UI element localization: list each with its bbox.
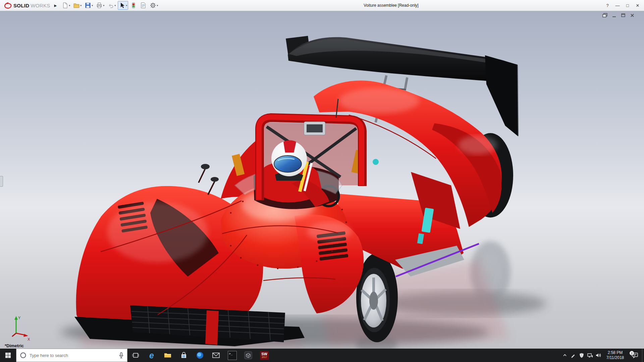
store-button[interactable]	[176, 349, 192, 362]
solidworks-logo: SOLIDWORKS	[0, 2, 52, 9]
graphics-area: Y X *Dimetric	[0, 11, 644, 349]
windows-start-icon	[5, 352, 11, 359]
logo-text-bold: SOLID	[13, 3, 29, 8]
close-icon	[630, 13, 635, 18]
save-button[interactable]: ▾	[84, 1, 94, 10]
edge-button[interactable]: e	[144, 349, 160, 362]
titlebar: SOLIDWORKS ▶ ▾ ▾ ▾ ▾ ▾	[0, 0, 644, 11]
ds-logo-icon	[4, 2, 12, 9]
options-gear-icon	[150, 2, 156, 9]
close-button[interactable]: ✕	[633, 1, 643, 10]
network-icon	[587, 353, 593, 358]
action-center-button[interactable]: 2	[628, 349, 642, 362]
print-button[interactable]: ▾	[95, 1, 105, 10]
file-explorer-icon	[164, 352, 172, 359]
notification-badge: 2	[630, 351, 634, 355]
doc-minimize-button[interactable]	[611, 13, 617, 18]
3d-viewport[interactable]	[0, 11, 644, 349]
pen-tray-button[interactable]	[569, 349, 577, 362]
clock-time: 2:58 PM	[603, 350, 627, 355]
restore-icon	[621, 13, 626, 18]
new-document-button[interactable]: ▾	[61, 1, 71, 10]
solidworks-window: SOLIDWORKS ▶ ▾ ▾ ▾ ▾ ▾	[0, 0, 644, 362]
cortana-icon	[20, 352, 26, 359]
chevron-up-icon	[562, 353, 567, 358]
chevron-down-icon: ▾	[157, 4, 158, 7]
app-icon	[244, 351, 253, 360]
chevron-down-icon: ▾	[103, 4, 104, 7]
clock-date: 7/11/2018	[603, 355, 627, 360]
logo-text-light: WORKS	[31, 3, 50, 8]
task-view-icon	[132, 352, 139, 359]
app-button[interactable]	[240, 349, 256, 362]
chevron-down-icon: ▾	[69, 4, 70, 7]
chevron-down-icon: ▾	[92, 4, 93, 7]
undo-icon	[107, 2, 114, 9]
mail-button[interactable]	[208, 349, 224, 362]
volume-tray-button[interactable]	[594, 349, 602, 362]
minimize-icon	[612, 13, 616, 18]
doc-new-window-button[interactable]	[602, 13, 608, 18]
save-icon	[85, 2, 91, 9]
edge-icon: e	[149, 351, 154, 360]
browser-icon	[196, 351, 204, 359]
chevron-down-icon: ▾	[80, 4, 82, 7]
feature-panel-handle[interactable]	[0, 176, 3, 187]
windows-taskbar: e >_ SW 2017	[0, 349, 644, 362]
maximize-button[interactable]: □	[623, 1, 633, 10]
taskbar-search[interactable]	[16, 349, 127, 362]
speaker-icon	[595, 353, 601, 358]
open-icon	[73, 2, 80, 9]
task-view-button[interactable]	[127, 349, 144, 362]
help-button[interactable]: ?	[602, 1, 612, 10]
taskbar-clock[interactable]: 2:58 PM 7/11/2018	[602, 350, 628, 360]
command-prompt-button[interactable]: >_	[224, 349, 240, 362]
new-document-icon	[62, 2, 68, 9]
file-properties-icon	[140, 2, 147, 9]
undo-button[interactable]: ▾	[106, 1, 117, 10]
security-tray-button[interactable]	[577, 349, 586, 362]
wing-endplate	[485, 55, 518, 136]
print-icon	[96, 2, 103, 9]
system-tray: 2:58 PM 7/11/2018 2	[560, 349, 644, 362]
mail-icon	[212, 352, 220, 358]
select-button[interactable]: ▾	[118, 1, 128, 10]
solidworks-taskbar-button[interactable]: SW 2017	[256, 349, 272, 362]
microphone-icon[interactable]	[118, 352, 124, 359]
solidworks-2017-icon: SW 2017	[260, 351, 269, 360]
pen-icon	[571, 353, 576, 358]
network-tray-button[interactable]	[586, 349, 594, 362]
chevron-down-icon: ▾	[126, 4, 127, 7]
window-controls: ? — □ ✕	[602, 0, 643, 11]
doc-restore-button[interactable]	[620, 13, 626, 18]
file-explorer-button[interactable]	[160, 349, 176, 362]
search-input[interactable]	[26, 353, 118, 358]
z-axis-arrow	[12, 333, 16, 337]
view-orientation-label: *Dimetric	[5, 343, 24, 348]
start-button[interactable]	[0, 349, 16, 362]
y-axis-label: Y	[18, 316, 21, 320]
open-button[interactable]: ▾	[72, 1, 83, 10]
x-axis-arrow	[23, 334, 28, 337]
command-prompt-icon: >_	[228, 351, 237, 360]
store-icon	[180, 352, 187, 359]
document-window-controls	[602, 13, 635, 18]
options-button[interactable]: ▾	[149, 1, 159, 10]
select-arrow-icon	[119, 2, 125, 9]
rebuild-button[interactable]	[129, 1, 138, 10]
document-title: Voiture assemblee [Read-only]	[364, 3, 418, 8]
shield-icon	[579, 353, 584, 358]
toolbar-flyout-icon[interactable]: ▶	[52, 4, 61, 7]
x-axis-label: X	[28, 337, 30, 341]
rebuild-icon	[130, 2, 137, 9]
file-properties-button[interactable]	[139, 1, 148, 10]
chevron-down-icon: ▾	[114, 4, 116, 7]
tray-expand-button[interactable]	[560, 349, 569, 362]
doc-close-button[interactable]	[629, 13, 635, 18]
standard-toolbar: ▾ ▾ ▾ ▾ ▾ ▾	[61, 1, 159, 10]
browser-button[interactable]	[192, 349, 208, 362]
show-desktop-button[interactable]	[642, 349, 644, 362]
y-axis-arrow	[14, 316, 18, 320]
side-mirror	[199, 164, 219, 195]
minimize-button[interactable]: —	[612, 1, 623, 10]
